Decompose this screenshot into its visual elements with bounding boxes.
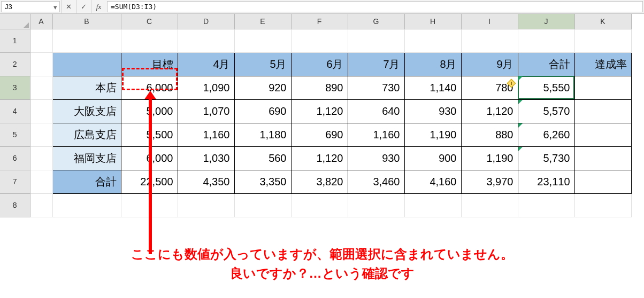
cell-E2[interactable]: 5月 bbox=[234, 52, 291, 76]
cell-K3[interactable] bbox=[574, 76, 631, 99]
cell-C6[interactable]: 6,000 bbox=[121, 146, 178, 170]
row-header-8[interactable]: 8 bbox=[0, 193, 30, 217]
select-all-corner[interactable] bbox=[0, 14, 30, 29]
cell-G5[interactable]: 1,160 bbox=[348, 123, 404, 146]
cell-E8[interactable] bbox=[234, 193, 291, 217]
cell-H6[interactable]: 900 bbox=[404, 146, 461, 170]
cell-J7[interactable]: 23,110 bbox=[518, 170, 574, 193]
cell-J2[interactable]: 合計 bbox=[518, 52, 574, 76]
cell-F2[interactable]: 6月 bbox=[291, 52, 348, 76]
cell-E3[interactable]: 920 bbox=[234, 76, 291, 99]
col-header-B[interactable]: B bbox=[52, 14, 121, 29]
cell-E5[interactable]: 1,180 bbox=[234, 123, 291, 146]
cell-F5[interactable]: 690 bbox=[291, 123, 348, 146]
cell-D5[interactable]: 1,160 bbox=[178, 123, 234, 146]
cell-C5[interactable]: 5,500 bbox=[121, 123, 178, 146]
cell-J8[interactable] bbox=[518, 193, 574, 217]
enter-icon[interactable]: ✓ bbox=[76, 0, 91, 13]
cell-C3[interactable]: 6,000 bbox=[121, 76, 178, 99]
cell-A6[interactable] bbox=[30, 146, 52, 170]
cell-F8[interactable] bbox=[291, 193, 348, 217]
cell-B6[interactable]: 福岡支店 bbox=[52, 146, 121, 170]
col-header-J[interactable]: J bbox=[518, 14, 574, 29]
cell-I6[interactable]: 1,190 bbox=[461, 146, 518, 170]
cell-G4[interactable]: 640 bbox=[348, 99, 404, 123]
cell-K8[interactable] bbox=[574, 193, 631, 217]
cell-I5[interactable]: 880 bbox=[461, 123, 518, 146]
col-header-A[interactable]: A bbox=[30, 14, 52, 29]
cell-H1[interactable] bbox=[404, 29, 461, 52]
col-header-G[interactable]: G bbox=[348, 14, 404, 29]
cell-G2[interactable]: 7月 bbox=[348, 52, 404, 76]
row-header-2[interactable]: 2 bbox=[0, 52, 30, 76]
cell-G3[interactable]: 730 bbox=[348, 76, 404, 99]
cell-B3[interactable]: 本店 bbox=[52, 76, 121, 99]
cell-E1[interactable] bbox=[234, 29, 291, 52]
col-header-H[interactable]: H bbox=[404, 14, 461, 29]
cell-J3[interactable]: 5,550 ! bbox=[518, 76, 574, 99]
row-header-3[interactable]: 3 bbox=[0, 76, 30, 99]
cell-J5[interactable]: 6,260 bbox=[518, 123, 574, 146]
row-header-4[interactable]: 4 bbox=[0, 99, 30, 123]
cell-D3[interactable]: 1,090 bbox=[178, 76, 234, 99]
cell-A7[interactable] bbox=[30, 170, 52, 193]
cell-H2[interactable]: 8月 bbox=[404, 52, 461, 76]
row-header-1[interactable]: 1 bbox=[0, 29, 30, 52]
cell-H3[interactable]: 1,140 bbox=[404, 76, 461, 99]
col-header-C[interactable]: C bbox=[121, 14, 178, 29]
cell-H7[interactable]: 4,160 bbox=[404, 170, 461, 193]
cell-D4[interactable]: 1,070 bbox=[178, 99, 234, 123]
cell-E4[interactable]: 690 bbox=[234, 99, 291, 123]
cell-A3[interactable] bbox=[30, 76, 52, 99]
cell-A4[interactable] bbox=[30, 99, 52, 123]
cell-C4[interactable]: 5,000 bbox=[121, 99, 178, 123]
fx-icon[interactable]: fx bbox=[91, 0, 106, 13]
cell-D2[interactable]: 4月 bbox=[178, 52, 234, 76]
cell-F3[interactable]: 890 bbox=[291, 76, 348, 99]
cell-B5[interactable]: 広島支店 bbox=[52, 123, 121, 146]
cell-B4[interactable]: 大阪支店 bbox=[52, 99, 121, 123]
name-box[interactable]: J3 ▾ bbox=[1, 1, 60, 12]
spreadsheet-grid[interactable]: A B C D E F G H I J K 1 2 目標 4月 5月 6月 7月… bbox=[0, 14, 632, 217]
cell-K2[interactable]: 達成率 bbox=[574, 52, 631, 76]
cell-E6[interactable]: 560 bbox=[234, 146, 291, 170]
cell-G6[interactable]: 930 bbox=[348, 146, 404, 170]
cell-D6[interactable]: 1,030 bbox=[178, 146, 234, 170]
cell-B1[interactable] bbox=[52, 29, 121, 52]
cell-B7[interactable]: 合計 bbox=[52, 170, 121, 193]
cell-C7[interactable]: 22,500 bbox=[121, 170, 178, 193]
col-header-K[interactable]: K bbox=[574, 14, 631, 29]
cell-C8[interactable] bbox=[121, 193, 178, 217]
error-check-icon[interactable]: ! bbox=[507, 79, 516, 88]
col-header-D[interactable]: D bbox=[178, 14, 234, 29]
cell-D1[interactable] bbox=[178, 29, 234, 52]
cell-F7[interactable]: 3,820 bbox=[291, 170, 348, 193]
cell-J4[interactable]: 5,570 bbox=[518, 99, 574, 123]
cell-D8[interactable] bbox=[178, 193, 234, 217]
cell-K6[interactable] bbox=[574, 146, 631, 170]
cell-I8[interactable] bbox=[461, 193, 518, 217]
col-header-E[interactable]: E bbox=[234, 14, 291, 29]
cell-I1[interactable] bbox=[461, 29, 518, 52]
cell-I4[interactable]: 1,120 bbox=[461, 99, 518, 123]
cell-A1[interactable] bbox=[30, 29, 52, 52]
cell-A2[interactable] bbox=[30, 52, 52, 76]
cell-B8[interactable] bbox=[52, 193, 121, 217]
cell-F6[interactable]: 1,120 bbox=[291, 146, 348, 170]
cell-H4[interactable]: 930 bbox=[404, 99, 461, 123]
row-header-5[interactable]: 5 bbox=[0, 123, 30, 146]
cell-G8[interactable] bbox=[348, 193, 404, 217]
row-header-7[interactable]: 7 bbox=[0, 170, 30, 193]
cell-B2[interactable] bbox=[52, 52, 121, 76]
cell-C2[interactable]: 目標 bbox=[121, 52, 178, 76]
col-header-I[interactable]: I bbox=[461, 14, 518, 29]
cancel-icon[interactable]: ✕ bbox=[61, 0, 76, 13]
cell-E7[interactable]: 3,350 bbox=[234, 170, 291, 193]
cell-K4[interactable] bbox=[574, 99, 631, 123]
row-header-6[interactable]: 6 bbox=[0, 146, 30, 170]
cell-H5[interactable]: 1,190 bbox=[404, 123, 461, 146]
cell-C1[interactable] bbox=[121, 29, 178, 52]
cell-G1[interactable] bbox=[348, 29, 404, 52]
cell-J1[interactable] bbox=[518, 29, 574, 52]
cell-F4[interactable]: 1,120 bbox=[291, 99, 348, 123]
